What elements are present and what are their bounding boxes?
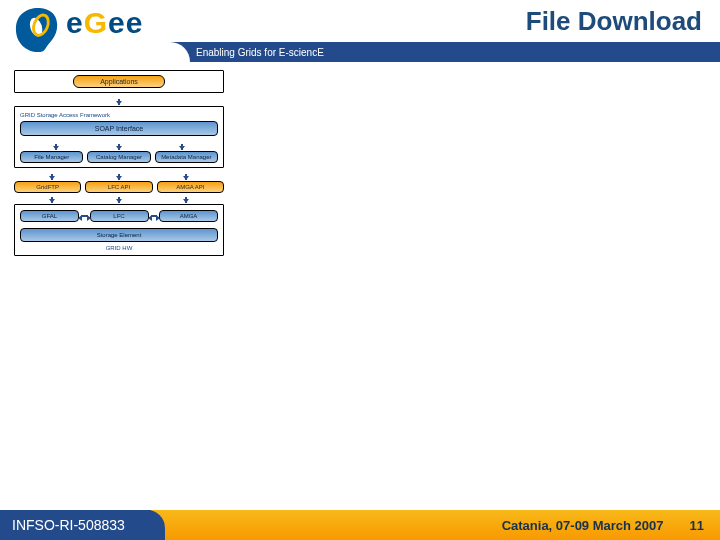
metadata-manager-box: Metadata Manager <box>155 151 218 163</box>
bidir-arrow-icon <box>81 215 88 217</box>
arrows-apis-to-services <box>18 195 220 203</box>
logo-letter: e <box>126 6 144 39</box>
amga-api-box: AMGA API <box>157 181 224 193</box>
lfc-api-box: LFC API <box>85 181 152 193</box>
layer-framework: GRID Storage Access Framework SOAP Inter… <box>14 106 224 168</box>
gridftp-api-box: GridFTP <box>14 181 81 193</box>
framework-label: GRID Storage Access Framework <box>20 112 218 118</box>
slide-body: Applications GRID Storage Access Framewo… <box>0 62 720 510</box>
footer-venue: Catania, 07-09 March 2007 <box>502 518 664 533</box>
arrows-framework-to-apis <box>18 172 220 180</box>
egee-logo: eGee <box>8 0 168 60</box>
layer-grid-hw: GFAL LFC AMGA Storage Element GRID HW <box>14 204 224 256</box>
amga-box: AMGA <box>159 210 218 222</box>
applications-box: Applications <box>73 75 165 88</box>
arrows-apps-to-framework <box>18 97 220 105</box>
tagline-text: Enabling Grids for E-sciencE <box>196 47 324 58</box>
slide-footer: INFSO-RI-508833 Catania, 07-09 March 200… <box>0 510 720 540</box>
tagline-bar: Enabling Grids for E-sciencE <box>170 42 720 62</box>
lfc-box: LFC <box>90 210 149 222</box>
storage-element-box: Storage Element <box>20 228 218 242</box>
apis-row: GridFTP LFC API AMGA API <box>14 181 224 193</box>
logo-letter: G <box>84 6 108 39</box>
catalog-manager-box: Catalog Manager <box>87 151 150 163</box>
logo-letter: e <box>108 6 126 39</box>
footer-project-id: INFSO-RI-508833 <box>0 510 151 540</box>
grid-hw-label: GRID HW <box>20 245 218 251</box>
soap-interface-box: SOAP Interface <box>20 121 218 136</box>
project-id-text: INFSO-RI-508833 <box>12 517 125 533</box>
layer-applications: Applications <box>14 70 224 93</box>
footer-right: Catania, 07-09 March 2007 11 <box>502 518 720 533</box>
file-manager-box: File Manager <box>20 151 83 163</box>
arrows-soap-to-managers <box>24 142 214 150</box>
bidir-arrow-icon <box>151 215 158 217</box>
egee-logo-text: eGee <box>66 6 143 40</box>
gfal-box: GFAL <box>20 210 79 222</box>
architecture-diagram: Applications GRID Storage Access Framewo… <box>14 70 224 260</box>
logo-letter: e <box>66 6 84 39</box>
managers-row: File Manager Catalog Manager Metadata Ma… <box>20 151 218 163</box>
slide-title: File Download <box>170 0 720 42</box>
slide-header: eGee File Download Enabling Grids for E-… <box>0 0 720 62</box>
footer-page-number: 11 <box>690 518 704 533</box>
egee-logo-mark <box>14 6 62 54</box>
services-row: GFAL LFC AMGA <box>20 210 218 222</box>
